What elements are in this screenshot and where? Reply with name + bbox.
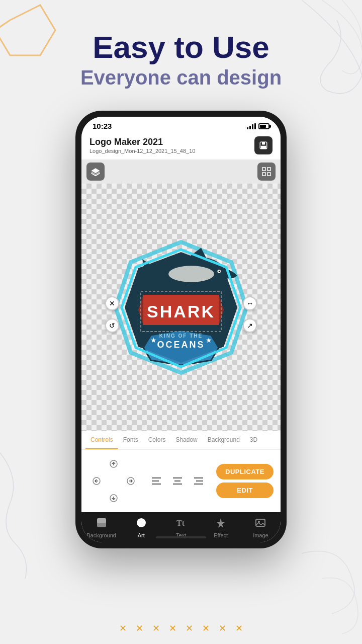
delete-handle[interactable]: ✕ — [105, 296, 119, 310]
canvas-toolbar — [81, 159, 281, 184]
app-title-section: Logo Maker 2021 Logo_design_Mon-12_12_20… — [89, 137, 195, 154]
effect-nav-icon — [215, 517, 226, 530]
svg-text:Tt: Tt — [176, 519, 185, 527]
x-mark-1: ✕ — [119, 623, 127, 634]
phone-frame: 10:23 Logo Maker 2021 — [75, 111, 287, 548]
signal-icon — [247, 123, 256, 129]
canvas-area[interactable]: SHARK ★ ★ KING OF THE OCEANS — [81, 184, 281, 431]
battery-icon — [258, 123, 269, 129]
align-right-button[interactable] — [191, 473, 207, 489]
svg-rect-36 — [97, 518, 106, 523]
controls-panel: Controls Fonts Colors Shadow Background … — [81, 431, 281, 512]
status-icons — [247, 123, 269, 129]
app-title: Logo Maker 2021 — [89, 137, 195, 147]
svg-point-15 — [219, 271, 220, 272]
main-title: Easy to Use — [0, 30, 362, 64]
bottom-decoration: ✕ ✕ ✕ ✕ ✕ ✕ ✕ ✕ — [0, 623, 362, 634]
grid-button[interactable] — [257, 163, 276, 181]
align-controls — [148, 473, 207, 489]
svg-rect-3 — [261, 146, 266, 148]
phone-mockup: 10:23 Logo Maker 2021 — [75, 111, 287, 548]
align-center-button[interactable] — [169, 473, 186, 489]
nav-background[interactable]: Background — [81, 512, 121, 542]
svg-point-13 — [168, 266, 214, 282]
text-nav-icon: Tt — [175, 517, 187, 530]
save-button[interactable] — [254, 136, 273, 154]
nav-art[interactable]: Art — [121, 512, 161, 542]
svg-rect-4 — [262, 168, 265, 171]
arrow-right[interactable] — [123, 473, 139, 489]
x-mark-6: ✕ — [202, 623, 210, 634]
nav-image-label: Image — [253, 532, 268, 538]
status-time: 10:23 — [93, 122, 112, 130]
svg-rect-39 — [256, 519, 265, 526]
x-mark-4: ✕ — [169, 623, 176, 634]
resize-handle[interactable]: ↗ — [243, 318, 257, 333]
arrow-left[interactable] — [88, 473, 105, 489]
svg-rect-2 — [262, 142, 265, 144]
arrow-up[interactable] — [106, 456, 122, 472]
svg-text:KING OF THE: KING OF THE — [159, 333, 203, 339]
action-buttons: DUPLICATE EDIT — [216, 464, 274, 498]
x-mark-3: ✕ — [152, 623, 160, 634]
svg-rect-5 — [267, 168, 270, 171]
nav-effect-label: Effect — [214, 532, 228, 538]
header-section: Easy to Use Everyone can design — [0, 30, 362, 89]
nav-art-label: Art — [138, 532, 145, 538]
controls-content: DUPLICATE EDIT — [81, 450, 281, 512]
tab-shadow[interactable]: Shadow — [170, 431, 202, 449]
edit-button[interactable]: EDIT — [216, 482, 274, 498]
app-subtitle: Logo_design_Mon-12_12_2021_15_48_10 — [89, 148, 195, 154]
tab-background[interactable]: Background — [203, 431, 245, 449]
app-header: Logo Maker 2021 Logo_design_Mon-12_12_20… — [81, 132, 281, 159]
nav-background-label: Background — [86, 532, 116, 538]
svg-rect-6 — [262, 173, 265, 176]
svg-text:★: ★ — [206, 336, 212, 344]
phone-screen: 10:23 Logo Maker 2021 — [81, 117, 281, 542]
home-indicator — [156, 536, 206, 538]
image-nav-icon — [255, 517, 266, 530]
x-mark-8: ✕ — [235, 623, 243, 634]
arrow-controls — [88, 456, 139, 506]
tab-3d[interactable]: 3D — [245, 431, 262, 449]
tab-fonts[interactable]: Fonts — [118, 431, 143, 449]
duplicate-button[interactable]: DUPLICATE — [216, 464, 274, 479]
background-nav-icon — [96, 517, 107, 530]
x-mark-7: ✕ — [219, 623, 226, 634]
nav-effect[interactable]: Effect — [201, 512, 241, 542]
svg-rect-7 — [267, 173, 270, 176]
move-handle[interactable]: ↔ — [243, 296, 257, 310]
align-left-button[interactable] — [148, 473, 164, 489]
x-mark-2: ✕ — [136, 623, 143, 634]
sub-title: Everyone can design — [0, 66, 362, 89]
svg-point-37 — [137, 518, 146, 527]
svg-text:OCEANS: OCEANS — [157, 340, 205, 350]
layers-button[interactable] — [86, 163, 105, 181]
tab-colors[interactable]: Colors — [143, 431, 171, 449]
x-mark-5: ✕ — [186, 623, 193, 634]
arrow-down[interactable] — [106, 490, 122, 506]
logo-element[interactable]: SHARK ★ ★ KING OF THE OCEANS — [111, 237, 251, 378]
art-nav-icon — [136, 517, 147, 530]
nav-image[interactable]: Image — [241, 512, 281, 542]
status-bar: 10:23 — [81, 117, 281, 132]
svg-text:SHARK: SHARK — [147, 302, 215, 321]
tab-bar: Controls Fonts Colors Shadow Background … — [81, 431, 281, 450]
svg-text:★: ★ — [150, 336, 157, 344]
tab-controls[interactable]: Controls — [85, 431, 118, 449]
